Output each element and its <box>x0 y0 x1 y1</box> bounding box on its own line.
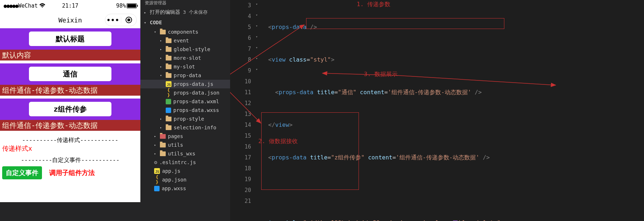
component-block-2: 通信 组件通信-传递参数-动态数据 <box>0 63 140 96</box>
line-number: 4 <box>230 11 251 22</box>
tree-item-pages[interactable]: ▸pages <box>140 132 230 141</box>
carrier-name: WeChat <box>18 3 38 9</box>
folder-icon <box>160 134 166 139</box>
fold-marker[interactable]: ˅ <box>253 0 260 11</box>
folder-icon <box>166 47 171 52</box>
line-number: 20 <box>230 185 251 196</box>
chevron-icon: ▸ <box>154 143 158 147</box>
json-icon: { } <box>154 175 160 185</box>
nav-bar: Weixin ••• <box>0 12 140 28</box>
capsule-menu-icon[interactable]: ••• <box>105 16 121 24</box>
tree-item-app-js[interactable]: JSapp.js <box>140 167 230 175</box>
line-number: 15 <box>230 130 251 141</box>
style-label: 传递样式x <box>0 144 140 153</box>
wifi-icon <box>39 3 46 8</box>
tree-item-label: utils <box>168 142 183 148</box>
component-button-2[interactable]: 通信 <box>29 67 111 81</box>
wxss-icon <box>166 108 171 113</box>
tree-item-props-data-wxss[interactable]: props-data.wxss <box>140 106 230 114</box>
component-block-3: z组件传参 组件通信-传递参数-动态数据 <box>0 99 140 131</box>
tree-item-my-slot[interactable]: ▸my-slot <box>140 62 230 71</box>
line-number-gutter: 3456789101112131415161718192021 <box>230 0 253 207</box>
workspace-section[interactable]: ▾ CODE <box>140 17 230 28</box>
file-explorer[interactable]: 资源管理器 ▸ 打开的编辑器 3 个未保存 ▾ CODE ▾components… <box>140 0 230 221</box>
line-number: 17 <box>230 152 251 163</box>
tree-item-label: my-slot <box>174 64 195 70</box>
capsule-button[interactable]: ••• <box>105 14 137 26</box>
tree-item-app-wxss[interactable]: app.wxss <box>140 184 230 193</box>
fold-marker[interactable]: ˅ <box>253 65 260 76</box>
tree-item-label: more-slot <box>174 55 201 61</box>
tree-item-globel-style[interactable]: ▸globel-style <box>140 45 230 54</box>
fold-marker[interactable]: ˅ <box>253 11 260 22</box>
signal-dots: ●●●●● <box>4 3 18 9</box>
tree-item-prop-data[interactable]: ▾prop-data <box>140 71 230 80</box>
tree-item-prop-style[interactable]: ▸prop-style <box>140 114 230 123</box>
component-button-1[interactable]: 默认标题 <box>29 32 111 46</box>
style-separator: ----------传递样式----------- <box>0 137 140 144</box>
custom-event-button[interactable]: 自定义事件 <box>2 166 42 179</box>
tree-item-props-data-wxml[interactable]: props-data.wxml <box>140 97 230 106</box>
file-tree[interactable]: ▾components▸event▸globel-style▸more-slot… <box>140 28 230 193</box>
tree-item--eslintrc-js[interactable]: ⚙.eslintrc.js <box>140 158 230 167</box>
chevron-icon: ▾ <box>154 30 158 34</box>
capsule-close-icon[interactable] <box>126 17 132 23</box>
tree-item-label: app.json <box>162 177 186 183</box>
chevron-right-icon: ▸ <box>144 11 148 14</box>
chevron-icon: ▸ <box>160 117 164 121</box>
open-editors-section[interactable]: ▸ 打开的编辑器 3 个未保存 <box>140 7 230 17</box>
folder-icon <box>160 143 166 147</box>
tree-item-label: props-data.wxss <box>173 107 219 113</box>
line-number: 11 <box>230 87 251 98</box>
tree-item-props-data-js[interactable]: JSprops-data.js <box>140 80 230 88</box>
tree-item-components[interactable]: ▾components <box>140 28 230 36</box>
code-content[interactable]: <props-data /> <view class="styl"> <prop… <box>261 0 644 221</box>
tree-item-utils[interactable]: ▸utils <box>140 141 230 149</box>
tree-item-label: pages <box>168 133 183 139</box>
component-content-3: 组件通信-传递参数-动态数据 <box>0 120 140 131</box>
status-bar: ●●●●● WeChat 21:17 98% <box>0 0 140 12</box>
json-icon: { } <box>166 88 171 98</box>
chevron-icon: ▸ <box>160 65 164 68</box>
folder-icon <box>166 64 171 69</box>
folder-icon <box>160 151 166 156</box>
line-number: 12 <box>230 98 251 109</box>
component-block-1: 默认标题 默认内容 <box>0 28 140 61</box>
tree-item-selection-info[interactable]: ▸selection-info <box>140 123 230 132</box>
folder-icon <box>166 38 171 43</box>
line-number: 10 <box>230 76 251 87</box>
tree-item-label: app.wxss <box>162 185 186 191</box>
line-number: 9 <box>230 65 251 76</box>
call-child-method-button[interactable]: 调用子组件方法 <box>46 166 98 179</box>
line-number: 14 <box>230 120 251 130</box>
tree-item-props-data-json[interactable]: { }props-data.json <box>140 88 230 97</box>
fold-gutter[interactable]: ˅˅˅˅˅˅˅ <box>253 0 260 76</box>
phone-preview: ●●●●● WeChat 21:17 98% Weixin ••• 默认标题 默… <box>0 0 140 202</box>
code-editor[interactable]: 3456789101112131415161718192021 ˅˅˅˅˅˅˅ … <box>230 0 644 221</box>
chevron-icon: ▸ <box>160 47 164 51</box>
line-number: 19 <box>230 174 251 185</box>
tree-item-utils_wxs[interactable]: ▸utils_wxs <box>140 149 230 158</box>
component-button-3[interactable]: z组件传参 <box>29 102 111 116</box>
page-body: 默认标题 默认内容 通信 组件通信-传递参数-动态数据 z组件传参 组件通信-传… <box>0 28 140 182</box>
line-number: 13 <box>230 109 251 120</box>
tree-item-label: components <box>168 29 198 35</box>
fold-marker[interactable]: ˅ <box>253 22 260 33</box>
tree-item-label: props-data.wxml <box>173 99 219 104</box>
chevron-down-icon: ▾ <box>144 21 148 25</box>
battery-pct: 98% <box>116 3 126 9</box>
chevron-icon: ▸ <box>160 56 164 60</box>
event-separator: ---------自定义事件----------- <box>0 157 140 164</box>
folder-icon <box>166 56 171 61</box>
folder-icon <box>166 73 171 78</box>
fold-marker[interactable]: ˅ <box>253 54 260 65</box>
tree-item-more-slot[interactable]: ▸more-slot <box>140 54 230 62</box>
tree-item-app-json[interactable]: { }app.json <box>140 175 230 184</box>
fold-marker[interactable]: ˅ <box>253 43 260 54</box>
tree-item-label: .eslintrc.js <box>159 159 196 165</box>
wxss-icon <box>154 186 160 191</box>
tree-item-event[interactable]: ▸event <box>140 36 230 45</box>
fold-marker[interactable]: ˅ <box>253 33 260 43</box>
line-number: 6 <box>230 33 251 43</box>
line-number: 16 <box>230 141 251 152</box>
